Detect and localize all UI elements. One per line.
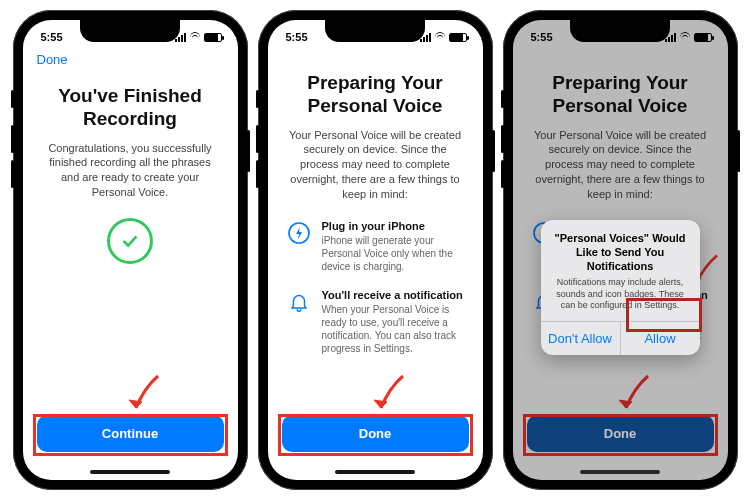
- svg-marker-4: [619, 400, 632, 408]
- phone-frame-3: 5:55 Preparing Your Personal Voice Your …: [503, 10, 738, 490]
- alert-title: "Personal Voices" Would Like to Send You…: [553, 232, 688, 273]
- bolt-circle-icon: [286, 220, 312, 246]
- info-heading: Plug in your iPhone: [322, 220, 465, 232]
- phone-frame-1: 5:55 Done You've Finished Recording Cong…: [13, 10, 248, 490]
- page-title: Preparing Your Personal Voice: [531, 72, 710, 118]
- continue-button[interactable]: Continue: [37, 415, 224, 452]
- notch: [325, 20, 425, 42]
- alert-allow-button[interactable]: Allow: [621, 322, 700, 355]
- screen-1: 5:55 Done You've Finished Recording Cong…: [23, 20, 238, 480]
- battery-icon: [694, 33, 712, 42]
- status-time: 5:55: [531, 31, 553, 43]
- checkmark-icon: [107, 218, 153, 264]
- done-button[interactable]: Done: [282, 415, 469, 452]
- wifi-icon: [189, 33, 201, 42]
- wifi-icon: [434, 33, 446, 42]
- svg-marker-0: [129, 400, 142, 408]
- page-subtitle: Congratulations, you successfully finish…: [41, 141, 220, 200]
- status-time: 5:55: [286, 31, 308, 43]
- annotation-arrow: [363, 370, 413, 420]
- annotation-arrow: [118, 370, 168, 420]
- alert-message: Notifications may include alerts, sounds…: [553, 277, 688, 311]
- page-subtitle: Your Personal Voice will be created secu…: [531, 128, 710, 202]
- svg-marker-2: [374, 400, 387, 408]
- alert-dont-allow-button[interactable]: Don't Allow: [541, 322, 621, 355]
- notch: [80, 20, 180, 42]
- home-indicator[interactable]: [580, 470, 660, 474]
- notch: [570, 20, 670, 42]
- screen-3: 5:55 Preparing Your Personal Voice Your …: [513, 20, 728, 480]
- nav-done-link[interactable]: Done: [23, 48, 238, 71]
- notification-permission-alert: "Personal Voices" Would Like to Send You…: [541, 220, 700, 355]
- info-text: When your Personal Voice is ready to use…: [322, 303, 465, 355]
- screen-2: 5:55 Preparing Your Personal Voice Your …: [268, 20, 483, 480]
- done-button[interactable]: Done: [527, 415, 714, 452]
- home-indicator[interactable]: [335, 470, 415, 474]
- battery-icon: [204, 33, 222, 42]
- wifi-icon: [679, 33, 691, 42]
- page-subtitle: Your Personal Voice will be created secu…: [286, 128, 465, 202]
- home-indicator[interactable]: [90, 470, 170, 474]
- phone-frame-2: 5:55 Preparing Your Personal Voice Your …: [258, 10, 493, 490]
- page-title: Preparing Your Personal Voice: [286, 72, 465, 118]
- page-title: You've Finished Recording: [41, 85, 220, 131]
- info-text: iPhone will generate your Personal Voice…: [322, 234, 465, 273]
- status-time: 5:55: [41, 31, 63, 43]
- info-item-notification: You'll receive a notification When your …: [286, 289, 465, 355]
- bell-icon: [286, 289, 312, 315]
- info-heading: You'll receive a notification: [322, 289, 465, 301]
- info-item-plug-in: Plug in your iPhone iPhone will generate…: [286, 220, 465, 273]
- battery-icon: [449, 33, 467, 42]
- annotation-arrow: [608, 370, 658, 420]
